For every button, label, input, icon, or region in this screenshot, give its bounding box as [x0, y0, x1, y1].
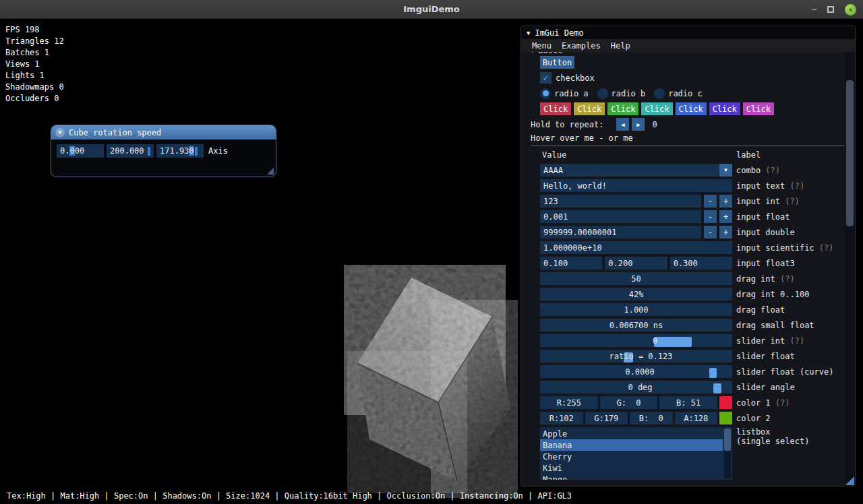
radio-icon [597, 88, 608, 99]
radio-c[interactable]: radio c [654, 88, 703, 99]
color1-swatch[interactable] [719, 396, 732, 409]
help-marker[interactable]: (?) [780, 274, 795, 284]
help-marker[interactable]: (?) [775, 398, 790, 408]
input-text-field[interactable]: Hello, world! [540, 179, 732, 192]
increment-button[interactable]: + [719, 226, 732, 239]
drag-small-float-widget[interactable]: 0.006700 ns [540, 319, 732, 332]
help-marker[interactable]: (?) [785, 197, 800, 206]
stat-line: Occluders 0 [5, 93, 64, 104]
input-float3-z[interactable]: 0.300 [670, 257, 732, 270]
increment-button[interactable]: + [719, 210, 732, 223]
checkbox-widget[interactable]: ✓ [540, 72, 552, 84]
input-float-field[interactable]: 0.001 [540, 210, 701, 223]
decrement-button[interactable]: - [704, 195, 717, 208]
slider-float-curve-widget[interactable]: 0.0000 [540, 365, 732, 378]
radio-row: radio a radio b radio c [540, 87, 845, 100]
resize-grip[interactable] [845, 476, 854, 485]
hover-text[interactable]: Hover over me - or me [531, 133, 633, 143]
collapse-button[interactable]: ▼ [55, 128, 65, 137]
input-float3-y[interactable]: 0.200 [605, 257, 667, 270]
separator [531, 146, 845, 146]
tree-node-basic[interactable]: ▼ Basic [531, 52, 845, 56]
radio-icon [654, 88, 665, 99]
menu-item-examples[interactable]: Examples [560, 41, 602, 51]
tree-node-trees[interactable]: ▶ Trees [531, 482, 845, 486]
rotation-y-field[interactable]: 200.000 [107, 144, 154, 158]
listbox-scrollbar-grab[interactable] [724, 429, 731, 451]
click-button-5[interactable]: Click [676, 102, 707, 115]
slider-float-widget[interactable]: ratio = 0.123 [540, 350, 732, 363]
combo-widget[interactable]: AAAA ▼ [540, 164, 732, 177]
slider-grab[interactable] [713, 383, 721, 393]
click-button-1[interactable]: Click [540, 102, 571, 115]
drag-int-widget[interactable]: 50 [540, 272, 732, 285]
listbox-item-kiwi[interactable]: Kiwi [540, 462, 723, 474]
click-button-2[interactable]: Click [574, 102, 605, 115]
color1-b-field[interactable]: B: 51 [659, 396, 717, 409]
listbox-widget: Apple Banana Cherry Kiwi Mango [540, 427, 732, 480]
slider-angle-widget[interactable]: 0 deg [540, 381, 732, 393]
listbox-item-banana[interactable]: Banana [540, 439, 723, 451]
help-marker[interactable]: (?) [790, 336, 804, 346]
slider-grab[interactable] [654, 337, 692, 347]
label-column-header: label [736, 150, 761, 160]
color1-r-field[interactable]: R:255 [540, 396, 598, 409]
input-scientific-field[interactable]: 1.000000e+10 [540, 241, 732, 254]
increment-button[interactable]: + [719, 195, 732, 208]
decrement-button[interactable]: - [704, 210, 717, 223]
click-button-4[interactable]: Click [641, 102, 672, 115]
imgui-demo-window: ▼ ImGui Demo Menu Examples Help ▼ Basic … [520, 26, 856, 486]
listbox-item-cherry[interactable]: Cherry [540, 451, 723, 462]
arrow-left-button[interactable]: ◀ [616, 118, 629, 131]
help-marker[interactable]: (?) [765, 166, 780, 175]
cube-window-titlebar[interactable]: ▼ Cube rotation speed [51, 125, 276, 139]
rotation-x-field[interactable]: 0.000 [57, 144, 104, 158]
slider-grab[interactable] [709, 368, 717, 378]
radio-a[interactable]: radio a [540, 88, 589, 99]
window-scrollbar[interactable] [845, 52, 855, 486]
combo-open-button[interactable]: ▼ [719, 164, 732, 177]
window-scrollbar-grab[interactable] [846, 80, 854, 226]
click-button-3[interactable]: Click [607, 102, 638, 115]
collapse-down-icon[interactable]: ▼ [527, 30, 530, 36]
os-titlebar[interactable]: ImguiDemo — ✕ [0, 0, 863, 19]
drag-float-widget[interactable]: 1.000 [540, 303, 732, 316]
input-double-field[interactable]: 999999.00000001 [540, 226, 701, 239]
input-int-field[interactable]: 123 [540, 195, 701, 208]
color2-g-field[interactable]: G:179 [585, 412, 628, 424]
color1-g-field[interactable]: G: 0 [600, 396, 658, 409]
radio-b[interactable]: radio b [597, 88, 646, 99]
minimize-icon[interactable]: — [812, 6, 816, 13]
color-buttons-row: Click Click Click Click Click Click Clic… [540, 102, 845, 115]
help-marker[interactable]: (?) [819, 243, 834, 253]
restore-icon[interactable] [827, 6, 834, 13]
close-icon[interactable]: ✕ [845, 4, 856, 15]
drag-int-percent-widget[interactable]: 42% [540, 288, 732, 301]
listbox-label: listbox [736, 427, 809, 437]
repeat-label: Hold to repeat: [531, 120, 603, 129]
rotation-z-field[interactable]: 171.930 [156, 144, 204, 158]
resize-grip[interactable] [267, 168, 274, 175]
color2-swatch[interactable] [719, 412, 732, 424]
listbox-item-apple[interactable]: Apple [540, 428, 723, 439]
listbox-scrollbar[interactable] [724, 429, 731, 478]
input-float3-x[interactable]: 0.100 [540, 257, 602, 270]
color2-r-field[interactable]: R:102 [540, 412, 583, 424]
menu-item-menu[interactable]: Menu [531, 41, 553, 51]
text-cursor [148, 147, 150, 156]
color2-a-field[interactable]: A:128 [675, 412, 718, 424]
color2-b-field[interactable]: B: 0 [630, 412, 673, 424]
value-column-header: Value [540, 150, 566, 160]
status-bar: Tex:High | Mat:High | Spec:On | Shadows:… [7, 491, 572, 501]
imgui-window-titlebar[interactable]: ▼ ImGui Demo [521, 26, 855, 39]
repeat-counter: 0 [652, 120, 657, 129]
decrement-button[interactable]: - [704, 226, 717, 239]
click-button-7[interactable]: Click [743, 102, 774, 115]
menu-item-help[interactable]: Help [609, 41, 632, 51]
arrow-right-button[interactable]: ▶ [632, 118, 645, 131]
listbox-item-mango[interactable]: Mango [540, 474, 723, 480]
button-widget[interactable]: Button [540, 56, 574, 69]
slider-int-widget[interactable]: 0 [540, 334, 732, 347]
click-button-6[interactable]: Click [709, 102, 740, 115]
help-marker[interactable]: (?) [790, 181, 804, 191]
